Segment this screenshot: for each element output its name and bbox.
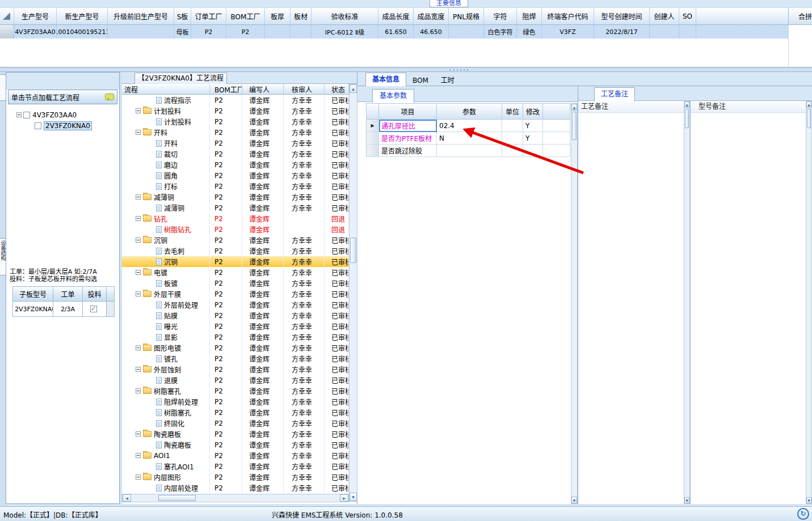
- process-row[interactable]: 树脂钻孔 P2 谭金辉 回退: [122, 224, 349, 235]
- collapse-icon[interactable]: [136, 367, 141, 372]
- subboard-data-row[interactable]: 2V3FZ0KNA0 2/3A ✓: [12, 302, 115, 317]
- model-notes-content[interactable]: [691, 113, 806, 504]
- scrollbar-thumb[interactable]: [158, 495, 196, 501]
- top-grid-column-header[interactable]: PNL规格: [449, 8, 484, 25]
- top-grid-selected-row[interactable]: 4V3FZ03AA0 10010400195211 母板 P2 P2 IPC-6…: [14, 25, 696, 39]
- detail-tab[interactable]: 工时: [435, 75, 461, 86]
- top-grid-column-header[interactable]: S板: [174, 8, 191, 25]
- process-row[interactable]: 开料 P2 谭金辉 方幸幸 已审核: [122, 127, 349, 138]
- col-header-flow[interactable]: 流程: [122, 84, 210, 95]
- process-row[interactable]: 磨边 P2 谭金辉 方幸幸 已审核: [122, 159, 349, 170]
- load-process-hint-bar[interactable]: 单击节点加载工艺流程: [8, 90, 117, 104]
- process-row[interactable]: 开料 P2 谭金辉 方幸幸 已审核: [122, 138, 349, 149]
- param-item-cell[interactable]: 通孔厚径比: [379, 120, 437, 132]
- refresh-icon[interactable]: ↻: [797, 508, 809, 520]
- feed-checkbox[interactable]: ✓: [90, 306, 97, 312]
- top-grid-column-header[interactable]: 板厚: [265, 8, 291, 25]
- top-grid-column-header[interactable]: 新生产型号: [57, 8, 108, 25]
- top-grid-column-header-merge[interactable]: 合拼: [788, 8, 812, 25]
- process-row[interactable]: 计划投料 P2 谭金辉 方幸幸 已审核: [122, 105, 349, 116]
- param-row[interactable]: 通孔厚径比 02.4 Y: [366, 120, 570, 132]
- top-grid-column-header[interactable]: 阻焊: [517, 8, 542, 25]
- process-row[interactable]: 沉铜 P2 谭金辉 方幸幸 已审核: [122, 256, 349, 267]
- process-row[interactable]: 外层蚀刻 P2 谭金辉 方幸幸 已审核: [122, 364, 349, 375]
- process-row[interactable]: 计划投料 P2 谭金辉 方幸幸 已审核: [122, 116, 349, 127]
- process-row[interactable]: 树脂塞孔 P2 谭金辉 方幸幸 已审核: [122, 386, 349, 396]
- process-row[interactable]: 退膜 P2 谭金辉 方幸幸 已审核: [122, 375, 349, 386]
- process-row[interactable]: 电镀 P2 谭金辉 方幸幸 已审核: [122, 267, 349, 278]
- tab-basic-params[interactable]: 基本参数: [372, 89, 414, 103]
- col-header-reviewer[interactable]: 核审人: [284, 84, 325, 95]
- top-grid-column-header[interactable]: SO: [679, 8, 696, 25]
- scroll-down-icon[interactable]: ▼: [684, 497, 689, 503]
- subboard-col-feed[interactable]: 投料: [83, 286, 107, 302]
- scroll-down-icon[interactable]: ▼: [350, 493, 357, 501]
- top-grid-column-header[interactable]: 板材: [291, 8, 312, 25]
- process-row[interactable]: 外层干膜 P2 谭金辉 方幸幸 已审核: [122, 289, 349, 299]
- param-row[interactable]: 是否为PTFE板材 N Y: [366, 132, 570, 145]
- col-header-status[interactable]: 状态: [325, 84, 349, 95]
- top-grid-column-header[interactable]: 验收标准: [312, 8, 378, 25]
- detail-tab[interactable]: BOM: [406, 75, 435, 86]
- col-header-modify[interactable]: 修改: [523, 103, 543, 120]
- scroll-left-icon[interactable]: ◀: [123, 494, 131, 502]
- process-row[interactable]: 显影 P2 谭金辉 方幸幸 已审核: [122, 332, 349, 342]
- top-grid-column-header[interactable]: 生产型号: [14, 8, 57, 25]
- model-notes-scrollbar[interactable]: ▲ ▼: [806, 101, 812, 504]
- collapse-icon[interactable]: [136, 108, 141, 113]
- process-row[interactable]: 树脂塞孔 P2 谭金辉 方幸幸 已审核: [122, 407, 349, 418]
- collapse-icon[interactable]: [136, 216, 141, 221]
- scroll-right-icon[interactable]: ▶: [340, 494, 348, 502]
- process-row[interactable]: 沉铜 P2 谭金辉 方幸幸 已审核: [122, 235, 349, 245]
- child-checkbox[interactable]: [35, 122, 41, 129]
- process-row[interactable]: 阻焊前处理 P2 谭金辉 方幸幸 已审核: [122, 396, 349, 407]
- row-selector-cell[interactable]: [0, 25, 14, 39]
- process-row[interactable]: 内层前处理 P2 谭金辉 方幸幸 已审核: [122, 482, 349, 493]
- param-value-cell[interactable]: [437, 145, 502, 157]
- process-row[interactable]: 裁切 P2 谭金辉 方幸幸 已审核: [122, 149, 349, 159]
- scroll-up-icon[interactable]: ▲: [350, 84, 357, 93]
- col-header-writer[interactable]: 编写人: [242, 84, 284, 95]
- collapse-icon[interactable]: [136, 130, 141, 135]
- collapse-icon[interactable]: [136, 431, 141, 437]
- tab-main-info[interactable]: 主要信息: [430, 0, 468, 7]
- collapse-icon[interactable]: [16, 112, 22, 117]
- process-row[interactable]: 陶瓷磨板 P2 谭金辉 方幸幸 已审核: [122, 429, 349, 439]
- collapse-icon[interactable]: [136, 453, 141, 458]
- top-grid-column-header[interactable]: 型号创建时间: [594, 8, 650, 25]
- process-row[interactable]: 减薄铜 P2 谭金辉 方幸幸 已审核: [122, 202, 349, 213]
- param-item-cell[interactable]: 是否跳过除胶: [379, 145, 437, 157]
- process-row[interactable]: 打标 P2 谭金辉 方幸幸 已审核: [122, 181, 349, 192]
- tree-node-child[interactable]: 2V3FZ0KNA0: [35, 121, 92, 130]
- top-grid-column-header[interactable]: 字符: [484, 8, 517, 25]
- process-row[interactable]: 终固化 P2 谭金辉 方幸幸 已审核: [122, 418, 349, 429]
- process-row[interactable]: 图形电镀 P2 谭金辉 方幸幸 已审核: [122, 342, 349, 353]
- process-notes-content[interactable]: [578, 113, 684, 504]
- params-vertical-scrollbar[interactable]: ▲ ▼: [571, 103, 578, 504]
- process-row[interactable]: 镀孔 P2 谭金辉 方幸幸 已审核: [122, 353, 349, 364]
- top-grid-column-header[interactable]: 创建人: [650, 8, 679, 25]
- process-row[interactable]: 塞孔AOI1 P2 谭金辉 方幸幸 已审核: [122, 461, 349, 472]
- collapse-icon[interactable]: [136, 345, 141, 350]
- grid-corner-cell[interactable]: [0, 8, 14, 25]
- process-row[interactable]: 圆角 P2 谭金辉 方幸幸 已审核: [122, 170, 349, 181]
- scrollbar-thumb[interactable]: [350, 238, 356, 263]
- process-vertical-scrollbar[interactable]: ▲ ▼: [349, 84, 357, 502]
- col-header-param[interactable]: 参数: [437, 103, 502, 120]
- root-checkbox[interactable]: [23, 112, 30, 118]
- col-header-bom-factory[interactable]: BOM工厂: [210, 84, 242, 95]
- process-row[interactable]: 外层前处理 P2 谭金辉 方幸幸 已审核: [122, 299, 349, 310]
- top-grid-column-header[interactable]: 升级前旧生产型号: [108, 8, 174, 25]
- collapse-icon[interactable]: [136, 291, 141, 296]
- param-value-cell[interactable]: N: [437, 132, 502, 145]
- horizontal-splitter[interactable]: [0, 67, 812, 72]
- top-grid-column-header[interactable]: 终端客户代码: [542, 8, 594, 25]
- scrollbar-thumb[interactable]: [807, 109, 811, 128]
- top-grid-column-header[interactable]: 成品宽度: [414, 8, 449, 25]
- process-row[interactable]: 板镀 P2 谭金辉 方幸幸 已审核: [122, 278, 349, 289]
- scroll-down-icon[interactable]: ▼: [571, 497, 577, 503]
- process-notes-scrollbar[interactable]: ▲ ▼: [684, 101, 690, 504]
- process-row[interactable]: 贴膜 P2 谭金辉 方幸幸 已审核: [122, 310, 349, 321]
- collapse-icon[interactable]: [136, 238, 141, 243]
- col-header-item[interactable]: 项目: [379, 103, 437, 120]
